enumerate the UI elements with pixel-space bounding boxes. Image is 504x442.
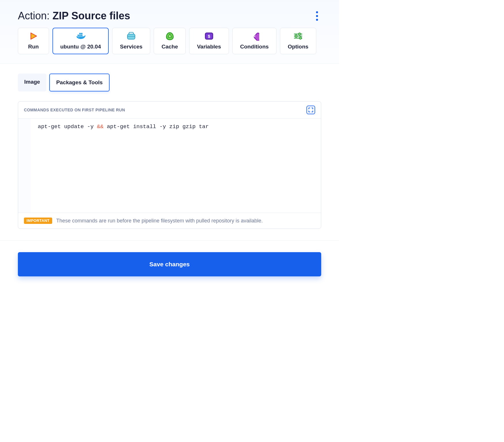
tab-conditions[interactable]: IF Conditions [232,28,277,54]
tab-variables[interactable]: $ Variables [189,28,229,54]
tab-environment-label: ubuntu @ 20.04 [60,44,101,50]
sub-tabs: Image Packages & Tools [18,74,321,91]
tab-variables-label: Variables [197,44,221,50]
tab-run[interactable]: Run [18,28,49,54]
sub-tab-packages[interactable]: Packages & Tools [49,74,110,91]
svg-rect-1 [79,35,81,36]
main-tabs: Run ubuntu @ 20.04 [18,28,321,63]
tab-conditions-label: Conditions [240,44,269,50]
play-icon [29,31,38,41]
editor-note: These commands are run before the pipeli… [56,218,263,224]
conditions-icon: IF [249,31,259,41]
svg-point-16 [295,35,297,37]
save-button[interactable]: Save changes [18,252,321,276]
svg-rect-4 [81,33,82,34]
editor-heading: COMMANDS EXECUTED ON FIRST PIPELINE RUN [24,108,125,112]
editor-gutter [18,119,31,213]
svg-text:IF: IF [253,34,256,38]
variables-icon: $ [204,31,214,41]
svg-rect-2 [81,35,82,36]
tab-services[interactable]: Services [112,28,150,54]
page-title: Action: ZIP Source files [18,10,130,22]
code-editor[interactable]: apt-get update -y && apt-get install -y … [31,119,216,213]
svg-point-15 [298,33,301,35]
svg-rect-6 [127,34,135,39]
page-title-name: ZIP Source files [52,10,130,22]
tab-environment[interactable]: ubuntu @ 20.04 [52,28,109,54]
svg-rect-3 [79,33,81,34]
tab-cache[interactable]: Cache [154,28,186,54]
tab-options[interactable]: Options [280,28,316,54]
tab-services-label: Services [120,44,142,50]
sub-tab-image[interactable]: Image [18,74,46,91]
toolbox-icon [126,31,136,41]
expand-button[interactable] [306,106,315,114]
tab-options-label: Options [288,44,309,50]
important-badge: IMPORTANT [24,218,52,224]
svg-text:$: $ [208,34,210,39]
docker-icon [75,31,87,41]
more-menu-button[interactable] [313,10,321,22]
cache-icon [165,31,175,41]
svg-point-5 [78,37,79,38]
tab-run-label: Run [28,44,39,50]
svg-rect-0 [78,35,79,36]
sliders-icon [293,31,303,41]
svg-point-17 [299,37,302,39]
page-title-prefix: Action: [18,10,52,22]
commands-editor: COMMANDS EXECUTED ON FIRST PIPELINE RUN … [18,101,321,229]
tab-cache-label: Cache [161,44,178,50]
expand-icon [308,107,313,113]
